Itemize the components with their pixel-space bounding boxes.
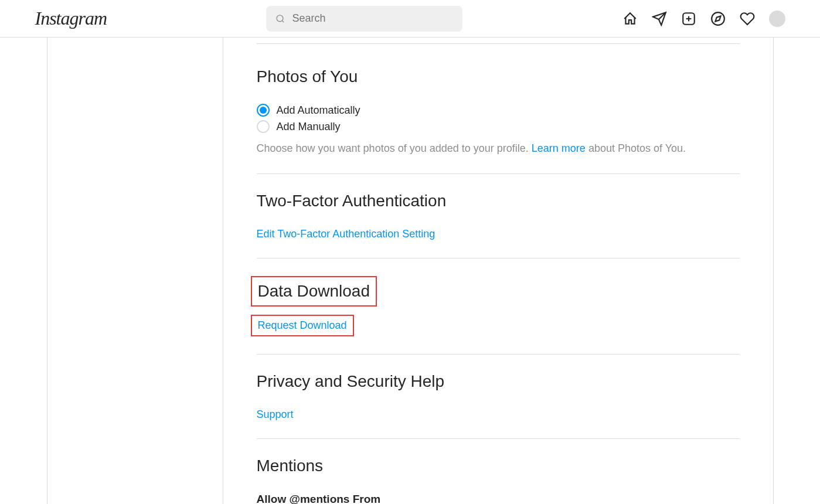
svg-point-0 xyxy=(277,15,283,21)
svg-point-5 xyxy=(712,12,724,25)
radio-auto-label[interactable]: Add Automatically xyxy=(277,104,360,117)
radio-add-automatically: Add Automatically xyxy=(257,104,740,117)
settings-sidebar xyxy=(47,38,223,504)
photos-of-you-title: Photos of You xyxy=(257,67,740,86)
learn-more-link[interactable]: Learn more xyxy=(532,142,586,154)
main-container: Photos of You Add Automatically Add Manu… xyxy=(47,38,774,504)
request-download-link[interactable]: Request Download xyxy=(258,319,347,331)
radio-auto-input[interactable] xyxy=(257,104,270,117)
instagram-logo[interactable]: Instagram xyxy=(35,8,107,29)
home-icon[interactable] xyxy=(622,11,638,26)
radio-manual-label[interactable]: Add Manually xyxy=(277,121,341,133)
add-post-icon[interactable] xyxy=(681,11,696,26)
section-privacy-help: Privacy and Security Help Support xyxy=(257,354,740,438)
edit-two-factor-link[interactable]: Edit Two-Factor Authentication Setting xyxy=(257,228,435,240)
avatar[interactable] xyxy=(769,11,785,27)
header-inner: Instagram xyxy=(35,6,785,32)
data-download-title: Data Download xyxy=(258,282,370,301)
heart-icon[interactable] xyxy=(740,11,755,26)
nav-icons xyxy=(622,11,785,27)
section-two-factor: Two-Factor Authentication Edit Two-Facto… xyxy=(257,173,740,258)
request-download-highlight: Request Download xyxy=(251,315,354,336)
svg-line-1 xyxy=(283,21,284,22)
mentions-subheading: Allow @mentions From xyxy=(257,493,740,504)
radio-manual-input[interactable] xyxy=(257,120,270,133)
search-container xyxy=(266,6,462,32)
radio-add-manually: Add Manually xyxy=(257,120,740,133)
search-input[interactable] xyxy=(292,12,454,25)
explore-icon[interactable] xyxy=(710,11,726,26)
settings-content: Photos of You Add Automatically Add Manu… xyxy=(223,38,774,504)
svg-marker-6 xyxy=(715,16,720,21)
header-bar: Instagram xyxy=(0,0,820,38)
help-suffix: about Photos of You. xyxy=(586,142,686,154)
help-prefix: Choose how you want photos of you added … xyxy=(257,142,532,154)
section-photos-of-you: Photos of You Add Automatically Add Manu… xyxy=(257,43,740,173)
data-download-highlight: Data Download xyxy=(251,276,377,307)
search-box[interactable] xyxy=(266,6,462,32)
privacy-help-title: Privacy and Security Help xyxy=(257,372,740,391)
photos-help-text: Choose how you want photos of you added … xyxy=(257,141,740,156)
messages-icon[interactable] xyxy=(652,11,667,26)
section-data-download: Data Download Request Download xyxy=(257,258,740,354)
search-icon xyxy=(275,13,285,24)
section-mentions: Mentions Allow @mentions From xyxy=(257,438,740,504)
two-factor-title: Two-Factor Authentication xyxy=(257,192,740,210)
mentions-title: Mentions xyxy=(257,457,740,475)
support-link[interactable]: Support xyxy=(257,408,294,420)
